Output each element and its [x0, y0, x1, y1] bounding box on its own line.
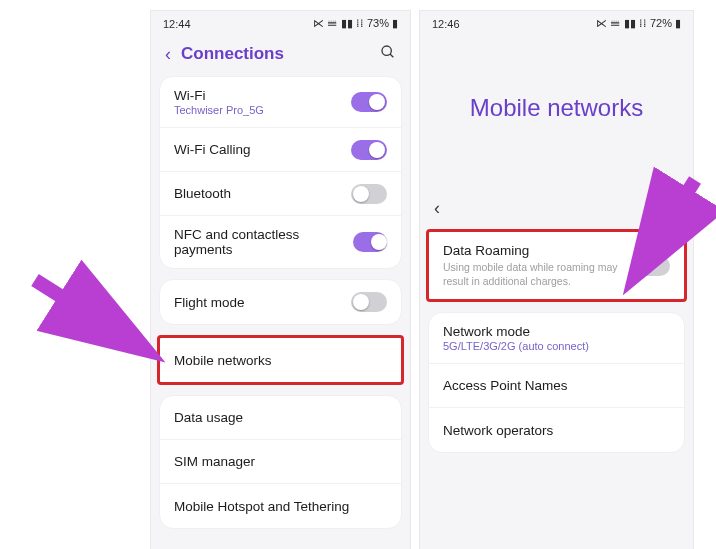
wificalling-label: Wi-Fi Calling — [174, 142, 251, 157]
roaming-label: Data Roaming — [443, 243, 633, 258]
row-mobile-networks[interactable]: Mobile networks — [160, 338, 401, 382]
status-bar-right: 12:46 ⋉ ⩸ ▮▮ ⁞⁞ 72% ▮ — [420, 11, 693, 34]
roaming-desc: Using mobile data while roaming may resu… — [443, 261, 633, 288]
mobile-label: Mobile networks — [174, 353, 272, 368]
row-network-mode[interactable]: Network mode 5G/LTE/3G/2G (auto connect) — [429, 313, 684, 364]
card-mobile-networks-highlight: Mobile networks — [157, 335, 404, 385]
row-bluetooth[interactable]: Bluetooth — [160, 172, 401, 216]
wificalling-toggle[interactable] — [351, 140, 387, 160]
status-time: 12:44 — [163, 18, 191, 30]
networkmode-label: Network mode — [443, 324, 589, 339]
search-icon[interactable] — [380, 44, 396, 64]
svg-line-2 — [35, 280, 130, 340]
datausage-label: Data usage — [174, 410, 243, 425]
header-connections: ‹ Connections — [151, 34, 410, 76]
row-nfc[interactable]: NFC and contactless payments — [160, 216, 401, 268]
card-data-roaming-highlight: Data Roaming Using mobile data while roa… — [426, 229, 687, 302]
nfc-toggle[interactable] — [353, 232, 387, 252]
flight-label: Flight mode — [174, 295, 245, 310]
bluetooth-toggle[interactable] — [351, 184, 387, 204]
sim-label: SIM manager — [174, 454, 255, 469]
wifi-label: Wi-Fi — [174, 88, 264, 103]
row-flight-mode[interactable]: Flight mode — [160, 280, 401, 324]
status-right: ⋉ ⩸ ▮▮ ⁞⁞ 73% ▮ — [313, 17, 398, 30]
flight-toggle[interactable] — [351, 292, 387, 312]
row-wifi-calling[interactable]: Wi-Fi Calling — [160, 128, 401, 172]
apn-label: Access Point Names — [443, 378, 568, 393]
networkmode-value: 5G/LTE/3G/2G (auto connect) — [443, 340, 589, 352]
more-connection-settings[interactable]: More connection settings — [151, 539, 410, 549]
row-hotspot[interactable]: Mobile Hotspot and Tethering — [160, 484, 401, 528]
bluetooth-label: Bluetooth — [174, 186, 231, 201]
back-icon-r[interactable]: ‹ — [434, 198, 440, 218]
wifi-network: Techwiser Pro_5G — [174, 104, 264, 116]
page-title-mobile-networks: Mobile networks — [420, 34, 693, 192]
card-data: Data usage SIM manager Mobile Hotspot an… — [159, 395, 402, 529]
row-apn[interactable]: Access Point Names — [429, 364, 684, 408]
subheader: ‹ — [420, 192, 693, 229]
page-title: Connections — [181, 44, 370, 64]
back-icon[interactable]: ‹ — [165, 45, 171, 63]
row-wifi[interactable]: Wi-Fi Techwiser Pro_5G — [160, 77, 401, 128]
status-time-r: 12:46 — [432, 18, 460, 30]
nfc-label: NFC and contactless payments — [174, 227, 353, 257]
row-network-operators[interactable]: Network operators — [429, 408, 684, 452]
row-data-usage[interactable]: Data usage — [160, 396, 401, 440]
status-right-r: ⋉ ⩸ ▮▮ ⁞⁞ 72% ▮ — [596, 17, 681, 30]
phone-right: 12:46 ⋉ ⩸ ▮▮ ⁞⁞ 72% ▮ Mobile networks ‹ … — [419, 10, 694, 549]
card-connectivity: Wi-Fi Techwiser Pro_5G Wi-Fi Calling Blu… — [159, 76, 402, 269]
card-network-options: Network mode 5G/LTE/3G/2G (auto connect)… — [428, 312, 685, 453]
row-sim-manager[interactable]: SIM manager — [160, 440, 401, 484]
phone-left: 12:44 ⋉ ⩸ ▮▮ ⁞⁞ 73% ▮ ‹ Connections Wi-F… — [150, 10, 411, 549]
card-flight: Flight mode — [159, 279, 402, 325]
annotation-arrow-left — [35, 280, 145, 340]
svg-point-0 — [382, 46, 391, 55]
svg-line-1 — [390, 54, 393, 57]
roaming-toggle[interactable] — [634, 256, 670, 276]
wifi-toggle[interactable] — [351, 92, 387, 112]
operators-label: Network operators — [443, 423, 553, 438]
hotspot-label: Mobile Hotspot and Tethering — [174, 499, 349, 514]
status-bar-left: 12:44 ⋉ ⩸ ▮▮ ⁞⁞ 73% ▮ — [151, 11, 410, 34]
row-data-roaming[interactable]: Data Roaming Using mobile data while roa… — [429, 232, 684, 299]
